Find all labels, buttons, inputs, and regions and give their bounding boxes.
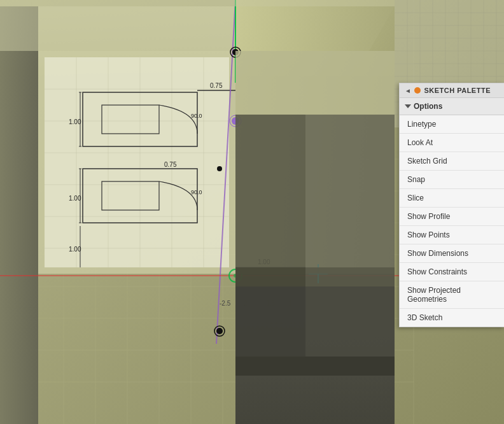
palette-item-snap[interactable]: Snap bbox=[400, 171, 504, 189]
collapse-icon[interactable]: ◄ bbox=[405, 87, 411, 94]
svg-text:0.75: 0.75 bbox=[210, 82, 223, 89]
palette-item-look-at[interactable]: Look At bbox=[400, 134, 504, 152]
svg-marker-88 bbox=[305, 267, 395, 286]
svg-text:1.00: 1.00 bbox=[69, 246, 81, 253]
palette-item-linetype[interactable]: Linetype bbox=[400, 115, 504, 134]
palette-item-show-profile[interactable]: Show Profile bbox=[400, 208, 504, 226]
palette-header: ◄ SKETCH PALETTE bbox=[400, 83, 504, 98]
svg-point-72 bbox=[216, 328, 223, 334]
svg-marker-87 bbox=[235, 267, 305, 286]
svg-point-71 bbox=[217, 166, 222, 171]
palette-item-slice[interactable]: Slice bbox=[400, 189, 504, 208]
palette-item-show-projected-geometries[interactable]: Show Projected Geometries bbox=[400, 281, 504, 309]
svg-marker-32 bbox=[45, 57, 229, 267]
palette-dot-icon bbox=[414, 87, 421, 94]
svg-text:1.00: 1.00 bbox=[69, 195, 81, 202]
svg-marker-89 bbox=[235, 286, 305, 357]
svg-marker-90 bbox=[305, 286, 395, 357]
svg-text:-2.5: -2.5 bbox=[220, 300, 231, 307]
palette-item-show-constraints[interactable]: Show Constraints bbox=[400, 263, 504, 281]
svg-text:1.00: 1.00 bbox=[69, 118, 81, 125]
palette-item-show-points[interactable]: Show Points bbox=[400, 226, 504, 244]
svg-marker-85 bbox=[235, 115, 305, 274]
palette-item-show-dimensions[interactable]: Show Dimensions bbox=[400, 244, 504, 263]
palette-title: SKETCH PALETTE bbox=[424, 87, 491, 94]
svg-text:90.0: 90.0 bbox=[191, 189, 202, 195]
svg-marker-86 bbox=[305, 115, 395, 274]
sketch-palette-panel: ◄ SKETCH PALETTE Options Linetype Look A… bbox=[399, 83, 504, 327]
palette-item-3d-sketch[interactable]: 3D Sketch bbox=[400, 309, 504, 327]
triangle-down-icon bbox=[405, 104, 411, 108]
palette-options-header[interactable]: Options bbox=[400, 98, 504, 115]
palette-item-sketch-grid[interactable]: Sketch Grid bbox=[400, 152, 504, 171]
svg-marker-27 bbox=[0, 6, 38, 424]
svg-marker-84 bbox=[235, 51, 395, 115]
svg-marker-91 bbox=[235, 357, 395, 376]
svg-text:90.0: 90.0 bbox=[191, 113, 202, 119]
options-label: Options bbox=[414, 102, 442, 111]
svg-text:0.75: 0.75 bbox=[164, 161, 177, 168]
